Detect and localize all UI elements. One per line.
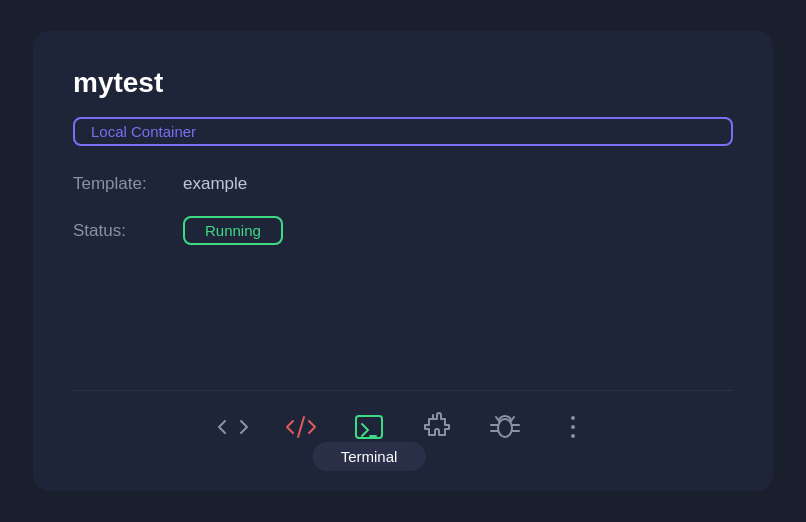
toolbar-wrapper: Terminal xyxy=(73,390,733,491)
svg-point-10 xyxy=(571,416,575,420)
terminal-button[interactable]: Terminal xyxy=(353,411,385,443)
svg-rect-1 xyxy=(356,416,382,438)
svg-point-12 xyxy=(571,434,575,438)
local-container-badge[interactable]: Local Container xyxy=(73,117,733,146)
template-label: Template: xyxy=(73,174,183,194)
template-value: example xyxy=(183,174,247,194)
template-row: Template: example xyxy=(73,174,733,194)
toolbar: Terminal xyxy=(73,390,733,443)
debug-button[interactable] xyxy=(489,411,521,443)
container-title: mytest xyxy=(73,67,733,99)
container-card: mytest Local Container Template: example… xyxy=(33,31,773,491)
svg-point-3 xyxy=(498,419,512,437)
status-row: Status: Running xyxy=(73,216,733,245)
svg-line-9 xyxy=(511,417,514,421)
svg-point-11 xyxy=(571,425,575,429)
code-view-button[interactable] xyxy=(217,411,249,443)
code-edit-button[interactable] xyxy=(285,411,317,443)
extensions-button[interactable] xyxy=(421,411,453,443)
svg-line-8 xyxy=(496,417,499,421)
svg-line-0 xyxy=(298,417,304,437)
terminal-label: Terminal xyxy=(313,442,426,471)
more-options-button[interactable] xyxy=(557,411,589,443)
status-badge: Running xyxy=(183,216,283,245)
status-label: Status: xyxy=(73,221,183,241)
